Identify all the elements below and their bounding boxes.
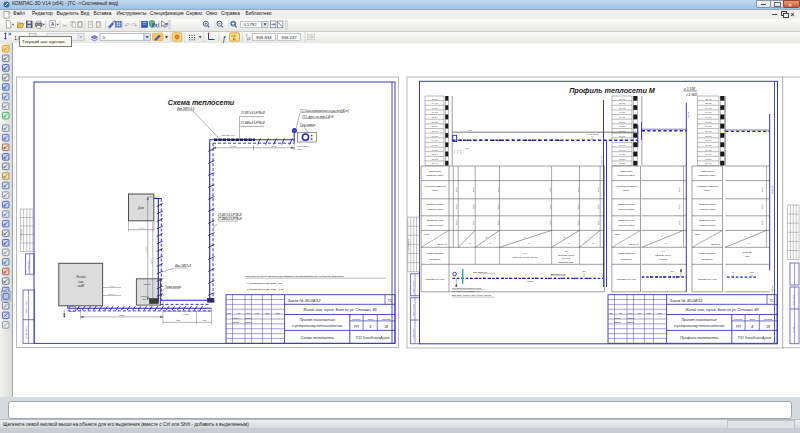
- svg-text:93.85: 93.85: [432, 153, 439, 156]
- svg-text:Стадия: Стадия: [734, 318, 743, 320]
- svg-text:2Т-Ø45х3,5-РПБ-Ø: 2Т-Ø45х3,5-РПБ-Ø: [240, 121, 265, 125]
- svg-text:Согласовано: Согласовано: [407, 238, 409, 251]
- svg-text:93.85: 93.85: [619, 158, 626, 161]
- svg-text:Стадия: Стадия: [352, 318, 361, 320]
- svg-text:95.95: 95.95: [432, 125, 439, 128]
- svg-text:№док: №док: [637, 312, 641, 314]
- svg-text:основание: основание: [702, 258, 714, 260]
- svg-text:Самохв.: Самохв.: [627, 321, 635, 323]
- svg-text:Инв.№ подл.: Инв.№ подл.: [412, 328, 414, 340]
- svg-text:УТ1 Точка подключения к сущ.: УТ1 Точка подключения к сущ.: [452, 287, 482, 289]
- svg-text:Жилой дом, гараж, Баня по ул.: Жилой дом, гараж, Баня по ул. Сенашко, 4…: [684, 308, 758, 312]
- svg-text:земли: земли: [431, 189, 439, 191]
- svg-text:4: 4: [751, 325, 753, 329]
- svg-text:Самохв.: Самохв.: [245, 321, 253, 323]
- svg-text:97.70: 97.70: [705, 107, 712, 110]
- svg-text:94.90: 94.90: [619, 144, 626, 147]
- svg-text:97.35: 97.35: [432, 107, 439, 110]
- svg-text:94.55: 94.55: [432, 144, 439, 147]
- svg-text:Øмн 2Ø57хЗ,5: Øмн 2Ø57хЗ,5: [176, 107, 195, 111]
- svg-text:изоляции труб: изоляции труб: [427, 208, 444, 210]
- svg-text:93.50: 93.50: [432, 158, 439, 161]
- svg-text:Проектная: Проектная: [701, 170, 714, 172]
- svg-text:Проект подключения: Проект подключения: [682, 318, 717, 322]
- svg-text:Разбивочный план: Разбивочный план: [698, 278, 718, 280]
- svg-text:земли: земли: [703, 189, 711, 191]
- svg-text:0.5792: 0.5792: [243, 22, 257, 27]
- svg-text:45*3: 45*3: [745, 255, 750, 257]
- svg-text:Подп. дата: Подп. дата: [792, 295, 794, 305]
- svg-text:Отметка верха: Отметка верха: [618, 203, 636, 205]
- svg-text:отметка земли: отметка земли: [618, 174, 636, 176]
- svg-text:Уклон: Уклон: [615, 233, 622, 235]
- svg-text:Номер скважины: Номер скважины: [426, 252, 444, 254]
- svg-text:97.35: 97.35: [705, 111, 712, 114]
- svg-text:97.00: 97.00: [432, 111, 439, 114]
- svg-text:Провер.: Провер.: [232, 321, 240, 323]
- svg-text:Разраб.: Разраб.: [232, 317, 240, 319]
- svg-text:Лист: Лист: [627, 313, 633, 314]
- svg-text:РП: РП: [354, 325, 359, 329]
- svg-text:↶: ↶: [124, 22, 130, 29]
- svg-text:изоляции труб: изоляции труб: [618, 208, 635, 210]
- svg-text:3: 3: [369, 325, 371, 329]
- svg-text:основание: основание: [430, 258, 442, 260]
- svg-text:ТОО ТеплоЭнергоАудит: ТОО ТеплоЭнергоАудит: [355, 336, 389, 340]
- svg-text:ТС: ТС: [388, 299, 393, 303]
- svg-text:Кол.: Кол.: [237, 313, 241, 314]
- svg-text:земли: земли: [622, 189, 630, 191]
- svg-text:Схема теплосети: Схема теплосети: [301, 336, 335, 340]
- svg-text:Жилой: Жилой: [75, 275, 86, 279]
- svg-text:Инв.№: Инв.№: [792, 327, 794, 333]
- svg-text:Заказ № 30-04/12: Заказ № 30-04/12: [670, 298, 704, 303]
- svg-text:РП: РП: [736, 325, 741, 329]
- svg-text:№док: №док: [255, 312, 259, 314]
- svg-text:94.20: 94.20: [619, 153, 626, 156]
- svg-text:96.30: 96.30: [432, 121, 439, 124]
- svg-text:Труба Дн: Труба Дн: [742, 251, 752, 253]
- svg-text:94.90: 94.90: [432, 139, 439, 142]
- svg-text:94.55: 94.55: [705, 149, 712, 152]
- svg-text:94.55: 94.55: [619, 149, 626, 152]
- svg-text:В-д7.1: В-д7.1: [109, 293, 116, 295]
- svg-text:ул. Сенашко: ул. Сенашко: [585, 133, 599, 135]
- svg-text:Точка врезки: Точка врезки: [165, 285, 182, 289]
- svg-text:?: ?: [165, 22, 169, 28]
- svg-text:основание: основание: [621, 258, 633, 260]
- svg-text:96.65: 96.65: [705, 121, 712, 124]
- svg-text:↷: ↷: [131, 22, 137, 29]
- svg-text:Листов: Листов: [381, 318, 391, 320]
- svg-text:изоляции труб: изоляции труб: [699, 224, 716, 226]
- svg-text:Øмн 2Ø57хЗ: Øмн 2Ø57хЗ: [174, 264, 191, 268]
- svg-text:Изоляция ППУ: Изоляция ППУ: [559, 261, 575, 263]
- svg-text:2Т-Ø57х3,5-РПБ-Ø: 2Т-Ø57х3,5-РПБ-Ø: [217, 213, 242, 217]
- svg-text:Øмн: Øмн: [297, 148, 303, 150]
- svg-text:Натурная отметка: Натурная отметка: [424, 185, 446, 187]
- svg-text:Подп: Подп: [647, 312, 651, 314]
- svg-text:Дом: Дом: [137, 206, 144, 210]
- svg-text:РП-15-Б: РП-15-Б: [659, 258, 668, 260]
- svg-text:Заказ № 30-04/12: Заказ № 30-04/12: [288, 298, 322, 303]
- svg-text:Подп. и дата: Подп. и дата: [25, 300, 27, 313]
- svg-text:РП-15-Б: РП-15-Б: [562, 257, 571, 259]
- svg-text:836.834: 836.834: [256, 35, 272, 40]
- svg-text:Жилой дом, гараж, Баня по ул.: Жилой дом, гараж, Баня по ул. Сенашко, 4…: [302, 308, 376, 312]
- svg-text:94.20: 94.20: [705, 153, 712, 156]
- svg-text:Листов: Листов: [763, 318, 773, 320]
- svg-text:теплотрассе в камере УТ1: теплотрассе в камере УТ1: [452, 290, 479, 292]
- svg-text:17,05: 17,05: [230, 145, 237, 148]
- svg-text:96.65: 96.65: [619, 121, 626, 124]
- svg-text:1150: 1150: [150, 259, 153, 265]
- svg-text:96.30: 96.30: [705, 125, 712, 128]
- svg-text:95.60: 95.60: [619, 135, 626, 138]
- svg-text:2080: 2080: [118, 314, 125, 317]
- svg-text:97.00: 97.00: [619, 116, 626, 119]
- svg-text:изоляции труб: изоляции труб: [618, 224, 635, 226]
- svg-text:Инв.№ подл.: Инв.№ подл.: [25, 327, 27, 339]
- svg-text:95.60: 95.60: [705, 135, 712, 138]
- svg-text:дом: дом: [78, 280, 83, 284]
- svg-text:400: 400: [202, 319, 207, 322]
- svg-text:Уклон: Уклон: [695, 233, 702, 235]
- svg-text:336.247: 336.247: [281, 35, 297, 40]
- svg-text:Проектная: Проектная: [429, 170, 442, 172]
